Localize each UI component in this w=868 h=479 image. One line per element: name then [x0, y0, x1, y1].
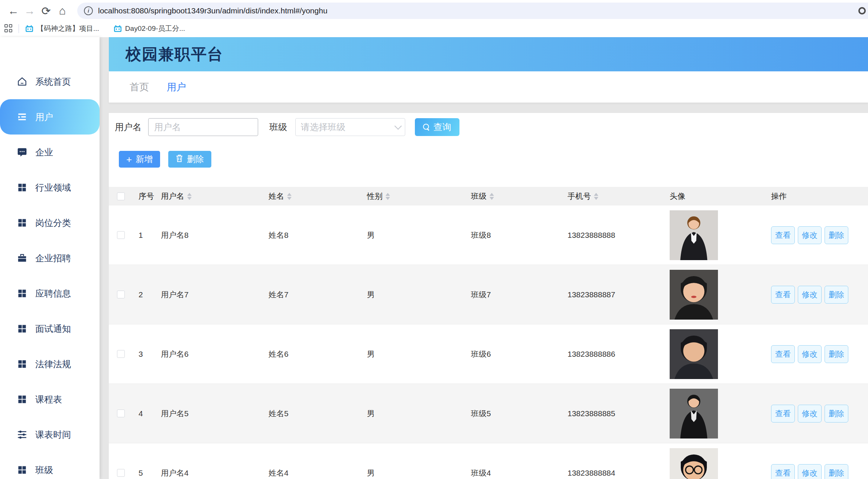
cell-index: 1	[133, 231, 155, 240]
sidebar-item-10[interactable]: 课程表	[0, 382, 100, 417]
reload-icon[interactable]: ⟳	[38, 4, 54, 17]
cell-name: 姓名5	[263, 408, 361, 419]
tab-users[interactable]: 用户	[167, 81, 186, 94]
add-button[interactable]: + 新增	[119, 151, 160, 168]
delete-button[interactable]: 删除	[168, 151, 211, 168]
sidebar-item-12[interactable]: 班级	[0, 452, 100, 479]
table-toolbar: + 新增 删除	[119, 151, 868, 168]
browser-chrome: ← → ⟳ ⌂ i localhost:8080/springboot1349r…	[0, 0, 868, 35]
home-icon[interactable]: ⌂	[54, 4, 71, 17]
extension-icon[interactable]	[858, 7, 866, 14]
sidebar-item-1[interactable]: 系统首页	[0, 64, 100, 99]
select-all-checkbox[interactable]	[117, 192, 125, 200]
trash-icon	[176, 154, 183, 165]
table-row: 2用户名7姓名7男班级713823888887查看修改删除	[109, 265, 868, 324]
forward-icon[interactable]: →	[22, 4, 38, 17]
back-icon[interactable]: ←	[5, 4, 22, 17]
sidebar-item-label: 法律法规	[35, 358, 71, 370]
sidebar-item-9[interactable]: 法律法规	[0, 346, 100, 382]
tab-bar: 首页 用户	[109, 71, 868, 103]
sidebar-item-3[interactable]: 企业	[0, 135, 100, 170]
address-bar[interactable]: i localhost:8080/springboot1349r3un/admi…	[77, 3, 868, 19]
sort-carets-icon[interactable]	[594, 193, 598, 200]
page-info-icon[interactable]: i	[84, 6, 93, 15]
sidebar-item-6[interactable]: 企业招聘	[0, 240, 100, 276]
class-select[interactable]: 请选择班级	[295, 118, 405, 136]
edit-row-button[interactable]: 修改	[798, 405, 822, 423]
view-row-button[interactable]: 查看	[771, 345, 795, 363]
cell-phone: 13823888884	[562, 469, 665, 478]
username-label: 用户名	[115, 121, 142, 133]
sort-carets-icon[interactable]	[490, 193, 494, 200]
edit-row-button[interactable]: 修改	[798, 345, 822, 363]
sidebar-item-7[interactable]: 应聘信息	[0, 276, 100, 311]
delete-row-button[interactable]: 删除	[825, 405, 848, 423]
row-checkbox[interactable]	[117, 469, 125, 477]
sidebar-item-2[interactable]: 用户	[0, 99, 100, 135]
view-row-button[interactable]: 查看	[771, 405, 795, 423]
grid-icon	[17, 218, 27, 228]
view-row-button[interactable]: 查看	[771, 464, 795, 479]
username-input[interactable]	[148, 118, 258, 136]
sidebar-item-8[interactable]: 面试通知	[0, 311, 100, 346]
table-row: 1用户名8姓名8男班级813823888888查看修改删除	[109, 205, 868, 265]
column-header[interactable]: 手机号	[562, 191, 665, 201]
sidebar-item-label: 面试通知	[35, 323, 71, 335]
cell-class: 班级6	[465, 349, 562, 359]
column-header: 序号	[133, 191, 155, 201]
user-management-card: 用户名 班级 请选择班级 查询 + 新增	[109, 113, 868, 479]
cell-actions: 查看修改删除	[767, 226, 868, 244]
row-checkbox[interactable]	[117, 410, 125, 417]
home-icon	[17, 77, 27, 87]
cell-actions: 查看修改删除	[767, 464, 868, 479]
grid-icon	[17, 465, 27, 475]
delete-row-button[interactable]: 删除	[825, 345, 848, 363]
column-header[interactable]: 班级	[465, 191, 562, 201]
sidebar-item-label: 课程表	[35, 394, 62, 405]
bookmark-item[interactable]: 【码神之路】项目...	[25, 24, 99, 33]
url-text: localhost:8080/springboot1349r3un/admin/…	[98, 6, 328, 15]
bookmark-item[interactable]: Day02-09-员工分...	[113, 24, 185, 33]
column-header[interactable]: 姓名	[263, 191, 361, 201]
table-body: 1用户名8姓名8男班级813823888888查看修改删除2用户名7姓名7男班级…	[109, 205, 868, 479]
sidebar-item-label: 课表时间	[35, 429, 71, 441]
delete-row-button[interactable]: 删除	[825, 226, 848, 244]
sidebar-item-11[interactable]: 课表时间	[0, 417, 100, 452]
sort-carets-icon[interactable]	[187, 193, 192, 200]
sidebar-item-4[interactable]: 行业领域	[0, 170, 100, 205]
query-button[interactable]: 查询	[415, 118, 459, 136]
delete-row-button[interactable]: 删除	[825, 464, 848, 479]
column-header-label: 手机号	[568, 191, 591, 201]
cell-phone: 13823888888	[562, 231, 665, 240]
delete-row-button[interactable]: 删除	[825, 286, 848, 304]
view-row-button[interactable]: 查看	[771, 226, 795, 244]
grid-icon	[17, 182, 27, 192]
bookmark-label: Day02-09-员工分...	[125, 24, 185, 33]
sidebar-item-label: 用户	[35, 111, 53, 123]
sort-carets-icon[interactable]	[287, 193, 292, 200]
row-checkbox[interactable]	[117, 231, 125, 239]
edit-row-button[interactable]: 修改	[798, 226, 822, 244]
sidebar-item-label: 行业领域	[35, 182, 71, 194]
apps-grid-icon[interactable]	[4, 24, 13, 33]
cell-index: 2	[133, 290, 155, 299]
view-row-button[interactable]: 查看	[771, 286, 795, 304]
sliders-icon	[17, 430, 27, 440]
column-header[interactable]: 用户名	[155, 191, 263, 201]
sidebar-item-label: 岗位分类	[35, 217, 71, 229]
row-checkbox[interactable]	[117, 350, 125, 358]
sort-carets-icon[interactable]	[386, 193, 390, 200]
avatar	[670, 270, 718, 320]
sidebar-menu: 系统首页用户企业行业领域岗位分类企业招聘应聘信息面试通知法律法规课程表课表时间班…	[0, 64, 100, 479]
cell-phone: 13823888885	[562, 409, 665, 418]
cell-gender: 男	[361, 408, 465, 419]
edit-row-button[interactable]: 修改	[798, 286, 822, 304]
cell-username: 用户名5	[155, 408, 263, 419]
row-checkbox[interactable]	[117, 291, 125, 298]
tab-home[interactable]: 首页	[130, 81, 149, 94]
content-gap	[109, 103, 868, 113]
edit-row-button[interactable]: 修改	[798, 464, 822, 479]
cell-name: 姓名7	[263, 289, 361, 300]
column-header[interactable]: 性别	[361, 191, 465, 201]
sidebar-item-5[interactable]: 岗位分类	[0, 205, 100, 240]
